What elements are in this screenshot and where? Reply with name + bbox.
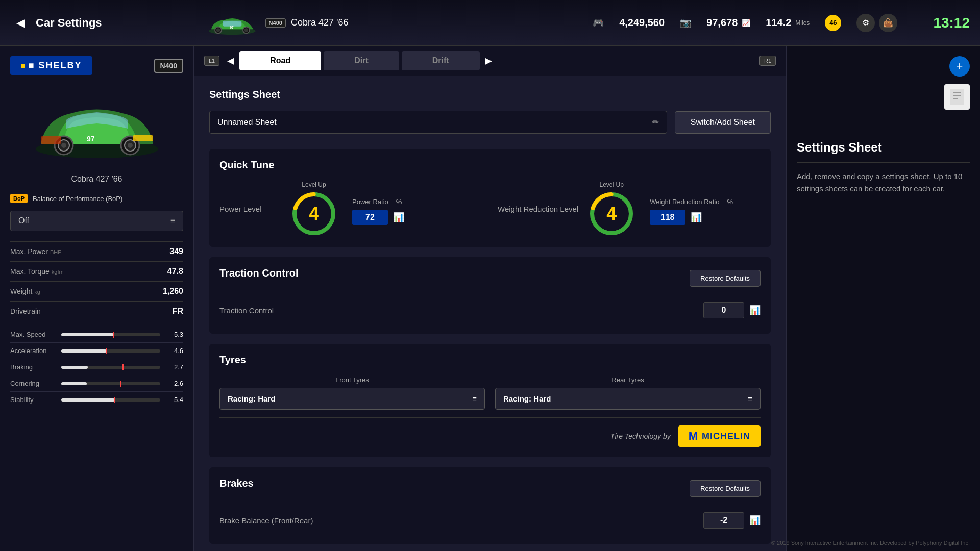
traction-title: Traction Control (219, 267, 298, 279)
power-level-up-text: Level Up (302, 181, 326, 188)
perf-max-speed: Max. Speed 5.3 (10, 327, 183, 343)
tab-road[interactable]: Road (239, 51, 321, 70)
drivetrain-label: Drivetrain (10, 307, 41, 315)
tyres-title: Tyres (219, 354, 761, 366)
michelin-label: Tire Technology by (610, 432, 671, 440)
bop-label: Balance of Performance (BoP) (33, 195, 122, 203)
power-ratio-value: 72 (352, 210, 388, 225)
svg-point-2 (216, 28, 219, 32)
traction-header: Traction Control Restore Defaults (219, 267, 761, 289)
stat-mileage: 97,678 📈 (706, 17, 750, 29)
front-tyre-select[interactable]: Racing: Hard ≡ (219, 388, 485, 410)
max-power-value: 349 (169, 247, 183, 256)
right-panel-description: Add, remove and copy a settings sheet. U… (797, 170, 970, 195)
edit-sheet-icon[interactable]: ✏ (652, 117, 659, 127)
perf-corner-fill (61, 382, 87, 385)
michelin-logo-text: MICHELIN (702, 431, 750, 442)
perf-speed-bar (61, 333, 160, 336)
settings-icon-btn[interactable]: ⚙ (856, 14, 875, 32)
tab-dirt[interactable]: Dirt (324, 51, 399, 70)
perf-stab-fill (61, 398, 115, 402)
wallet-icon-btn[interactable]: 👜 (879, 14, 897, 32)
back-button[interactable]: ◀ (10, 13, 31, 33)
note-icon (944, 84, 970, 110)
sheet-name-text: Unnamed Sheet (217, 118, 277, 127)
car-full-name-top: Cobra 427 '66 (291, 17, 349, 28)
traction-restore-btn[interactable]: Restore Defaults (690, 270, 761, 287)
power-ratio-row: Power Ratio % (352, 198, 404, 206)
perf-speed-marker (113, 332, 114, 338)
photo-icon: 📷 (680, 17, 691, 29)
perf-corner-label: Cornering (10, 380, 56, 387)
tab-prev-btn[interactable]: ◀ (225, 53, 237, 69)
brakes-bar-icon[interactable]: 📊 (749, 515, 761, 526)
brakes-header: Brakes Restore Defaults (219, 478, 761, 499)
svg-rect-23 (950, 89, 964, 105)
svg-text:97: 97 (87, 135, 95, 143)
perf-speed-value: 5.3 (165, 331, 183, 338)
top-car-image: 97 (204, 10, 255, 36)
pp-unit: Miles (795, 19, 810, 27)
power-bar-icon[interactable]: 📊 (393, 212, 404, 223)
right-panel: + Settings Sheet Add, remove and copy a … (786, 46, 980, 551)
max-power-label: Max. Power (10, 247, 48, 256)
perf-stab-label: Stability (10, 396, 56, 404)
sheet-name-display[interactable]: Unnamed Sheet ✏ (209, 111, 667, 134)
power-label: Power Level (219, 205, 281, 213)
brakes-label: Brake Balance (Front/Rear) (219, 516, 313, 525)
tyres-section: Tyres Front Tyres Racing: Hard ≡ Rear Ty… (209, 344, 771, 457)
traction-bar-icon[interactable]: 📊 (749, 305, 761, 316)
weight-level-up-text: Level Up (599, 181, 623, 188)
level-badge: 46 (825, 15, 841, 31)
add-sheet-btn[interactable]: + (949, 56, 970, 77)
svg-point-13 (128, 143, 133, 148)
weight-level-container[interactable]: Level Up 4 (589, 181, 634, 237)
perf-accel-label: Acceleration (10, 347, 56, 355)
controller-icon: 🎮 (593, 17, 604, 29)
perf-stability: Stability 5.4 (10, 392, 183, 408)
rear-tyre-select[interactable]: Racing: Hard ≡ (495, 388, 761, 410)
weight-ratio-unit: % (727, 198, 733, 206)
shelby-logo: ■ ■ SHELBY (10, 56, 92, 75)
bop-dropdown[interactable]: Off ≡ (10, 211, 183, 231)
sheet-row: Unnamed Sheet ✏ Switch/Add Sheet (209, 111, 771, 134)
switch-add-sheet-btn[interactable]: Switch/Add Sheet (675, 111, 771, 134)
perf-brake-bar (61, 366, 160, 369)
brakes-restore-btn[interactable]: Restore Defaults (690, 480, 761, 497)
svg-point-10 (61, 143, 66, 148)
content-area: Settings Sheet Unnamed Sheet ✏ Switch/Ad… (194, 76, 786, 551)
tab-next-btn[interactable]: ▶ (482, 53, 495, 69)
stat-weight: Weightkg 1,260 (10, 282, 183, 302)
traction-row: Traction Control 0 📊 (219, 297, 761, 323)
power-level-container[interactable]: Level Up 4 (291, 181, 337, 237)
max-torque-unit: kgfm (52, 269, 64, 275)
max-power-unit: BHP (50, 249, 62, 255)
stat-photo: 📷 (680, 17, 691, 29)
weight-ratio-value: 118 (650, 210, 685, 225)
right-panel-title: Settings Sheet (797, 140, 970, 163)
weight-tune-item: Weight Reduction Level Level Up 4 (498, 181, 761, 237)
tab-bar: L1 ◀ Road Dirt Drift ▶ R1 (194, 46, 786, 76)
time-display: 13:12 (933, 15, 970, 31)
hamburger-icon: ≡ (170, 216, 175, 226)
tab-drift[interactable]: Drift (402, 51, 480, 70)
traction-label: Traction Control (219, 306, 274, 315)
perf-acceleration: Acceleration 4.6 (10, 343, 183, 359)
weight-unit: kg (34, 289, 40, 295)
weight-gauge[interactable]: 4 (589, 191, 634, 237)
r1-badge: R1 (760, 56, 776, 66)
rear-tyre-icon: ≡ (748, 394, 752, 403)
svg-text:97: 97 (230, 26, 234, 29)
power-tune-item: Power Level Level Up 4 (219, 181, 482, 237)
stat-max-power: Max. PowerBHP 349 (10, 242, 183, 262)
brakes-section: Brakes Restore Defaults Brake Balance (F… (209, 467, 771, 544)
weight-bar-icon[interactable]: 📊 (691, 212, 702, 223)
perf-corner-marker (120, 381, 121, 387)
front-tyre-header: Front Tyres (219, 376, 485, 384)
perf-braking: Braking 2.7 (10, 359, 183, 375)
power-gauge[interactable]: 4 (291, 191, 337, 237)
front-tyre-icon: ≡ (472, 394, 477, 403)
quick-tune-title: Quick Tune (219, 159, 761, 171)
quick-tune-grid: Power Level Level Up 4 (219, 181, 761, 237)
perf-speed-fill (61, 333, 114, 336)
